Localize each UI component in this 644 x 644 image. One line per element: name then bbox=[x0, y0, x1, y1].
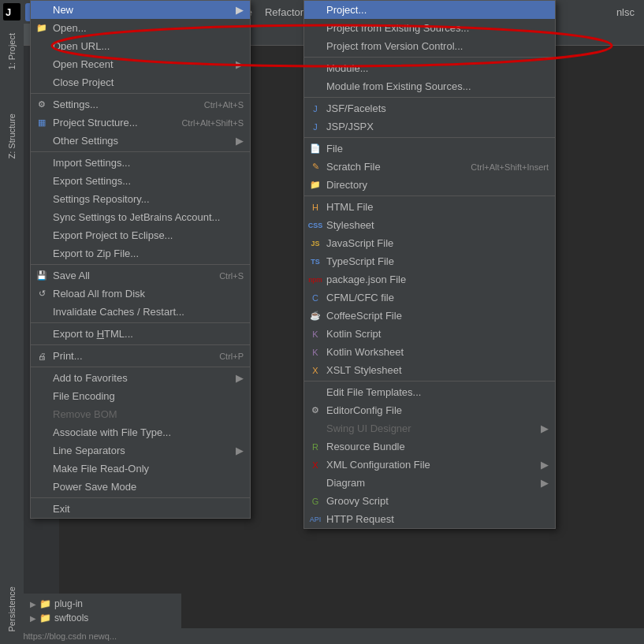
menu-item-other-settings[interactable]: Other Settings ▶ bbox=[31, 132, 250, 150]
menu-item-kotlin-ws[interactable]: K Kotlin Worksheet bbox=[304, 343, 555, 361]
menu-item-close-project[interactable]: Close Project bbox=[31, 73, 250, 91]
menu-item-project-structure[interactable]: ▦ Project Structure... Ctrl+Alt+Shift+S bbox=[31, 114, 250, 132]
menu-item-stylesheet[interactable]: CSS Stylesheet bbox=[304, 216, 555, 234]
menu-item-swing-ui: Swing UI Designer ▶ bbox=[304, 419, 555, 437]
menu-item-import-settings[interactable]: Import Settings... bbox=[31, 154, 250, 172]
menu-item-diagram[interactable]: Diagram ▶ bbox=[304, 474, 555, 492]
menu-item-kotlin[interactable]: K Kotlin Script bbox=[304, 325, 555, 343]
scratch-label: Scratch File bbox=[326, 161, 381, 173]
menu-item-jsp[interactable]: J JSP/JSPX bbox=[304, 117, 555, 136]
new-sep-2 bbox=[304, 97, 555, 98]
sidebar-tab-persistence[interactable]: Persistence bbox=[4, 580, 20, 638]
kotlin-ws-icon: K bbox=[309, 346, 322, 359]
groovy-icon: G bbox=[309, 495, 322, 508]
menu-item-module-existing[interactable]: Module from Existing Sources... bbox=[304, 77, 555, 95]
menu-item-file[interactable]: 📄 File bbox=[304, 140, 555, 158]
submenu-arrow-icon: ▶ bbox=[236, 4, 244, 16]
menu-item-jsf[interactable]: J JSF/Facelets bbox=[304, 99, 555, 117]
menu-item-make-readonly[interactable]: Make File Read-Only bbox=[31, 460, 250, 478]
menu-item-directory[interactable]: 📁 Directory bbox=[304, 176, 555, 194]
menu-item-save-all[interactable]: 💾 Save All Ctrl+S bbox=[31, 266, 250, 285]
separator-3 bbox=[31, 264, 250, 265]
sidebar-tab-project[interactable]: 1: Project bbox=[4, 27, 20, 76]
sidebar-tab-structure[interactable]: Z: Structure bbox=[4, 107, 20, 165]
project-structure-shortcut: Ctrl+Alt+Shift+S bbox=[166, 118, 244, 128]
menu-item-scratch[interactable]: ✎ Scratch File Ctrl+Alt+Shift+Insert bbox=[304, 158, 555, 176]
menu-item-groovy[interactable]: G Groovy Script bbox=[304, 492, 555, 510]
menu-item-project-vcs[interactable]: Project from Version Control... bbox=[304, 37, 555, 55]
menu-refactor[interactable]: Refactor bbox=[259, 3, 310, 21]
jsp-icon: J bbox=[309, 121, 322, 133]
directory-icon: 📁 bbox=[309, 179, 322, 192]
menu-item-export-zip[interactable]: Export to Zip File... bbox=[31, 244, 250, 262]
folder-icon: 📁 bbox=[35, 22, 48, 35]
menu-item-power-save[interactable]: Power Save Mode bbox=[31, 478, 250, 496]
print-icon: 🖨 bbox=[35, 350, 48, 363]
menu-item-open-url[interactable]: Open URL... bbox=[31, 37, 250, 55]
menu-item-add-favorites[interactable]: Add to Favorites ▶ bbox=[31, 369, 250, 387]
settings-shortcut: Ctrl+Alt+S bbox=[188, 100, 244, 110]
other-settings-arrow-icon: ▶ bbox=[236, 135, 244, 147]
save-shortcut: Ctrl+S bbox=[203, 271, 244, 281]
menu-item-js[interactable]: JS JavaScript File bbox=[304, 234, 555, 252]
print-shortcut: Ctrl+P bbox=[203, 352, 244, 361]
menu-item-reload[interactable]: ↺ Reload All from Disk bbox=[31, 285, 250, 303]
menu-item-open[interactable]: 📁 Open... bbox=[31, 19, 250, 37]
menu-item-resource-bundle[interactable]: R Resource Bundle bbox=[304, 437, 555, 456]
menu-item-module[interactable]: Module... bbox=[304, 59, 555, 77]
menu-item-coffeescript[interactable]: ☕ CoffeeScript File bbox=[304, 307, 555, 325]
menu-item-new[interactable]: New ▶ bbox=[31, 1, 250, 19]
menu-item-print[interactable]: 🖨 Print... Ctrl+P bbox=[31, 347, 250, 365]
menu-item-sync-jetbrains[interactable]: Sync Settings to JetBrains Account... bbox=[31, 208, 250, 226]
folder-icon-2: 📁 bbox=[39, 598, 51, 609]
menu-item-package-json[interactable]: npm package.json File bbox=[304, 270, 555, 288]
menu-item-xslt[interactable]: X XSLT Stylesheet bbox=[304, 361, 555, 379]
new-sep-1 bbox=[304, 57, 555, 58]
css-icon: CSS bbox=[309, 219, 322, 232]
save-icon: 💾 bbox=[35, 270, 48, 282]
menu-item-export-settings[interactable]: Export Settings... bbox=[31, 172, 250, 190]
left-sidebar: 1: Project Z: Structure Persistence bbox=[0, 24, 24, 644]
swing-arrow-icon: ▶ bbox=[541, 423, 549, 434]
menu-item-xml-config[interactable]: X XML Configuration File ▶ bbox=[304, 456, 555, 474]
menu-item-associate-file[interactable]: Associate with File Type... bbox=[31, 423, 250, 441]
menu-item-http[interactable]: API HTTP Request bbox=[304, 510, 555, 528]
menu-item-open-recent[interactable]: Open Recent ▶ bbox=[31, 55, 250, 73]
menu-item-invalidate[interactable]: Invalidate Caches / Restart... bbox=[31, 303, 250, 321]
menu-item-ts[interactable]: TS TypeScript File bbox=[304, 252, 555, 270]
menu-item-export-html[interactable]: Export to HTML... bbox=[31, 325, 250, 343]
xml-icon: X bbox=[309, 459, 322, 471]
menu-item-project[interactable]: Project... bbox=[304, 1, 555, 19]
menu-item-line-sep[interactable]: Line Separators ▶ bbox=[31, 441, 250, 460]
menu-item-html[interactable]: H HTML File bbox=[304, 198, 555, 216]
menu-item-edit-templates[interactable]: Edit File Templates... bbox=[304, 383, 555, 401]
separator-4 bbox=[31, 322, 250, 323]
menu-item-export-eclipse[interactable]: Export Project to Eclipse... bbox=[31, 226, 250, 244]
new-submenu: Project... Project from Existing Sources… bbox=[303, 0, 556, 529]
menu-nlsc[interactable]: nlsc bbox=[610, 3, 641, 21]
new-sep-5 bbox=[304, 381, 555, 382]
tree-item-swftools[interactable]: ▶ 📁 swftools bbox=[30, 611, 175, 625]
expand-icon: ▶ bbox=[30, 600, 36, 609]
menu-item-exit[interactable]: Exit bbox=[31, 500, 250, 518]
tree-item-plugin[interactable]: ▶ 📁 plug-in bbox=[30, 597, 175, 611]
reload-icon: ↺ bbox=[35, 288, 48, 300]
http-icon: API bbox=[309, 513, 322, 526]
menu-item-project-existing[interactable]: Project from Existing Sources... bbox=[304, 19, 555, 37]
scratch-shortcut: Ctrl+Alt+Shift+Insert bbox=[455, 162, 549, 172]
menu-item-editor-config[interactable]: ⚙ EditorConfig File bbox=[304, 401, 555, 419]
menu-item-file-encoding[interactable]: File Encoding bbox=[31, 387, 250, 405]
file-icon: 📄 bbox=[309, 143, 322, 155]
structure-icon: ▦ bbox=[35, 117, 48, 129]
menu-item-settings-repo[interactable]: Settings Repository... bbox=[31, 190, 250, 208]
tree-panel: ▶ 📁 plug-in ▶ 📁 swftools bbox=[24, 594, 181, 628]
submenu-arrow-2-icon: ▶ bbox=[236, 58, 244, 70]
menu-item-settings[interactable]: ⚙ Settings... Ctrl+Alt+S bbox=[31, 95, 250, 114]
jsf-icon: J bbox=[309, 102, 322, 115]
menu-item-cfml[interactable]: C CFML/CFC file bbox=[304, 288, 555, 307]
cfml-icon: C bbox=[309, 292, 322, 304]
status-bar: 190 https://blog.csdn newq... bbox=[0, 628, 644, 644]
app-logo: J bbox=[3, 3, 20, 20]
new-sep-4 bbox=[304, 195, 555, 196]
editorconfig-icon: ⚙ bbox=[309, 404, 322, 417]
